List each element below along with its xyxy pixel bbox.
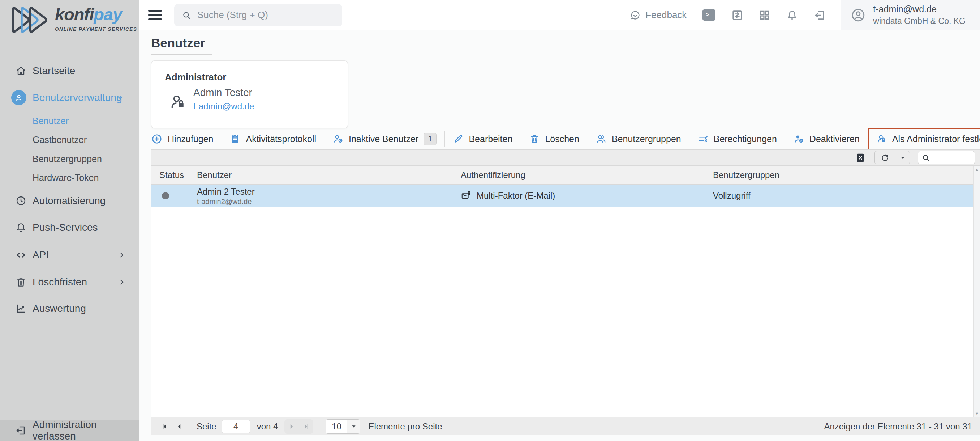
- pager-bar: Seite von 4 10 Elemente pro Seite Anzeig…: [151, 417, 980, 435]
- title-underline: [151, 54, 213, 55]
- scroll-down-icon[interactable]: ▼: [975, 411, 979, 416]
- edit-button[interactable]: Bearbeiten: [453, 134, 512, 144]
- user-management-icon: [11, 90, 26, 105]
- checklist-icon: [698, 134, 709, 144]
- logout-icon[interactable]: [814, 10, 825, 21]
- clock-icon: [15, 195, 27, 206]
- administrator-name: Admin Tester: [193, 87, 252, 98]
- refresh-options-dropdown[interactable]: [895, 151, 910, 164]
- user-groups-button[interactable]: Benutzergruppen: [596, 134, 681, 144]
- global-search-input[interactable]: [197, 10, 328, 21]
- action-toolbar: Hinzufügen Aktivitätsprotokoll Inaktive …: [151, 128, 977, 149]
- person-slash-icon: [794, 134, 804, 144]
- feedback-chat-icon: [630, 10, 641, 21]
- excel-export-icon[interactable]: [855, 152, 866, 163]
- refresh-button[interactable]: [875, 151, 895, 164]
- search-icon: [181, 10, 191, 20]
- user-email: t-admin@wd.de: [873, 3, 966, 16]
- avatar-icon: [851, 8, 866, 23]
- sidebar-item-api[interactable]: API: [0, 245, 139, 265]
- apps-grid-icon[interactable]: [759, 10, 770, 21]
- sidebar-item-push-services[interactable]: Push-Services: [0, 217, 139, 238]
- toolbar-divider: [444, 131, 445, 147]
- chevron-right-icon: [118, 278, 126, 286]
- delete-button[interactable]: Löschen: [529, 134, 579, 144]
- scroll-up-icon[interactable]: ▲: [975, 167, 979, 171]
- inactive-users-button[interactable]: Inaktive Benutzer 1: [333, 133, 436, 145]
- status-dot: [162, 192, 169, 199]
- mail-lock-icon: [461, 190, 472, 201]
- administrator-email-link[interactable]: t-admin@wd.de: [193, 101, 254, 112]
- feedback-label: Feedback: [645, 10, 687, 21]
- exit-icon: [15, 425, 26, 436]
- table-row-selected[interactable]: Admin 2 Tester t-admin2@wd.de Multi-Fakt…: [151, 184, 974, 207]
- sidebar-item-benutzer[interactable]: Benutzer: [0, 113, 139, 128]
- search-icon: [921, 153, 931, 163]
- sidebar: konfipay ONLINE PAYMENT SERVICES Startse…: [0, 0, 139, 441]
- deactivate-button[interactable]: Deaktivieren: [794, 134, 860, 144]
- add-button[interactable]: Hinzufügen: [151, 133, 213, 145]
- topbar: Feedback >_: [139, 0, 980, 30]
- grid-search-input[interactable]: [931, 153, 970, 163]
- sidebar-item-hardware-token[interactable]: Hardware-Token: [0, 170, 139, 185]
- pencil-icon: [453, 134, 464, 144]
- permissions-button[interactable]: Berechtigungen: [698, 134, 777, 144]
- sidebar-item-automatisierung[interactable]: Automatisierung: [0, 191, 139, 211]
- administrator-card: Administrator Admin Tester t-admin@wd.de: [151, 61, 348, 128]
- feedback-button[interactable]: Feedback: [630, 10, 687, 21]
- sidebar-item-startseite[interactable]: Startseite: [0, 61, 139, 81]
- notifications-bell-icon[interactable]: [786, 10, 798, 21]
- row-user-groups: Vollzugriff: [713, 191, 751, 201]
- column-header-benutzer[interactable]: Benutzer: [186, 166, 448, 184]
- inactive-users-count-badge: 1: [423, 133, 436, 145]
- last-page-button-disabled[interactable]: [299, 419, 313, 434]
- column-header-status[interactable]: Status: [151, 166, 186, 184]
- chevron-down-icon: [116, 93, 125, 102]
- people-icon: [596, 134, 607, 144]
- chart-icon: [15, 303, 27, 315]
- sidebar-item-gastbenutzer[interactable]: Gastbenutzer: [0, 132, 139, 147]
- column-header-authentifizierung[interactable]: Authentifizierung: [448, 166, 706, 184]
- grid-search[interactable]: [918, 151, 975, 164]
- window-transfer-icon[interactable]: [732, 10, 743, 21]
- page-number-input[interactable]: [221, 420, 250, 433]
- user-company: windata GmbH & Co. KG: [873, 16, 966, 27]
- person-lock-icon: [876, 134, 887, 144]
- sidebar-item-benutzerverwaltung[interactable]: Benutzerverwaltung: [0, 88, 139, 108]
- grid-empty-area: [151, 207, 974, 417]
- grid-header-row: Status Benutzer Authentifizierung Benutz…: [151, 166, 974, 184]
- administrator-card-title: Administrator: [165, 72, 226, 83]
- row-user-email: t-admin2@wd.de: [197, 197, 255, 206]
- plus-circle-icon: [151, 133, 162, 145]
- users-grid: Status Benutzer Authentifizierung Benutz…: [151, 149, 980, 435]
- grid-toolbar: [151, 149, 980, 166]
- brand-logo[interactable]: konfipay ONLINE PAYMENT SERVICES: [10, 4, 137, 35]
- page-size-select[interactable]: 10: [326, 419, 360, 434]
- code-icon: [15, 249, 27, 261]
- terminal-icon[interactable]: >_: [703, 10, 716, 21]
- global-search[interactable]: [174, 4, 342, 26]
- leave-administration-button[interactable]: Administration verlassen: [0, 420, 139, 441]
- sidebar-item-loeschfristen[interactable]: Löschfristen: [0, 272, 139, 292]
- previous-page-button[interactable]: [172, 419, 186, 434]
- sidebar-item-auswertung[interactable]: Auswertung: [0, 299, 139, 319]
- column-header-benutzergruppen[interactable]: Benutzergruppen: [706, 166, 974, 184]
- user-account-menu[interactable]: t-admin@wd.de windata GmbH & Co. KG: [841, 0, 980, 30]
- vertical-scrollbar[interactable]: ▲ ▼: [974, 166, 980, 417]
- activity-log-button[interactable]: Aktivitätsprotokoll: [230, 134, 316, 144]
- set-as-administrator-button[interactable]: Als Administrator festlegen: [876, 134, 980, 144]
- row-auth-method: Multi-Faktor (E-Mail): [477, 191, 555, 201]
- row-user-name: Admin 2 Tester: [197, 186, 255, 197]
- trash-icon: [529, 134, 540, 144]
- first-page-button[interactable]: [158, 419, 172, 434]
- page-size-caret-icon[interactable]: [347, 420, 360, 433]
- page-label: Seite: [197, 422, 216, 431]
- page-count-label: von 4: [257, 422, 278, 431]
- sidebar-item-benutzergruppen[interactable]: Benutzergruppen: [0, 151, 139, 166]
- next-page-button-disabled[interactable]: [285, 419, 299, 434]
- trash-icon: [15, 276, 27, 288]
- pager-summary: Anzeigen der Elemente 31 - 31 von 31: [824, 422, 972, 431]
- menu-toggle-button[interactable]: [148, 8, 162, 23]
- main-content: Benutzer Administrator Admin Tester t-ad…: [139, 30, 980, 441]
- brand-name: konfipay: [55, 4, 137, 24]
